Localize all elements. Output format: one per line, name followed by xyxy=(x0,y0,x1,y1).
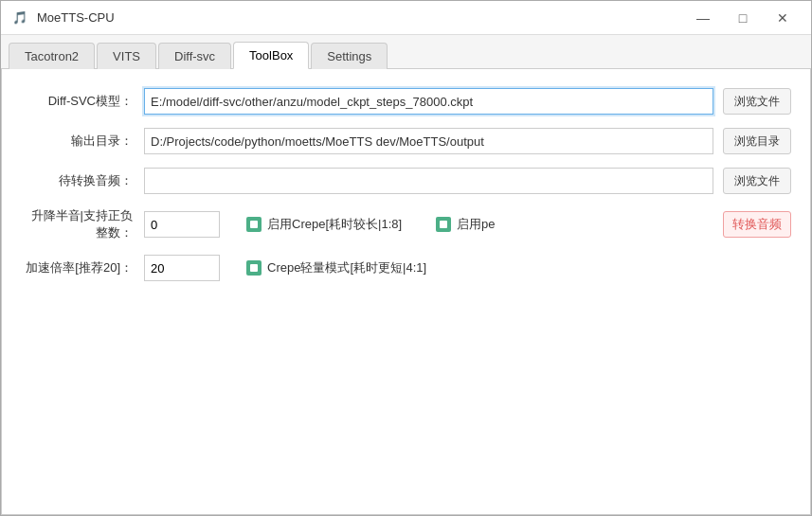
tab-settings[interactable]: Settings xyxy=(311,43,388,69)
crepe-lite-checkbox-group: Crepe轻量模式[耗时更短|4:1] xyxy=(246,259,426,276)
minimize-button[interactable]: — xyxy=(684,5,722,31)
semitone-row: 升降半音|支持正负整数： 启用Crepe[耗时较长|1:8] 启用pe 转换音频 xyxy=(21,207,791,241)
speed-label: 加速倍率[推荐20]： xyxy=(21,259,144,276)
audio-row: 待转换音频： 浏览文件 xyxy=(21,168,791,194)
model-row: Diff-SVC模型： 浏览文件 xyxy=(21,88,791,115)
pe-label[interactable]: 启用pe xyxy=(457,216,495,233)
main-window: 🎵 MoeTTS-CPU — □ ✕ Tacotron2 VITS Diff-s… xyxy=(0,0,812,516)
pe-checkbox-group: 启用pe xyxy=(436,216,495,233)
window-controls: — □ ✕ xyxy=(684,5,802,31)
semitone-label: 升降半音|支持正负整数： xyxy=(21,207,144,241)
speed-input[interactable] xyxy=(144,255,220,281)
tab-toolbox[interactable]: ToolBox xyxy=(233,42,309,69)
audio-input[interactable] xyxy=(144,168,713,194)
browse-output-button[interactable]: 浏览目录 xyxy=(723,128,791,154)
tab-bar: Tacotron2 VITS Diff-svc ToolBox Settings xyxy=(1,35,811,69)
convert-button[interactable]: 转换音频 xyxy=(723,211,791,238)
semitone-input[interactable] xyxy=(144,211,220,238)
output-label: 输出目录： xyxy=(21,133,144,150)
crepe-checkbox[interactable] xyxy=(246,217,262,232)
pe-checkbox[interactable] xyxy=(436,217,451,232)
tab-diff-svc[interactable]: Diff-svc xyxy=(158,43,231,69)
window-title: MoeTTS-CPU xyxy=(37,10,684,25)
model-input[interactable] xyxy=(144,88,713,115)
audio-label: 待转换音频： xyxy=(21,172,144,189)
crepe-lite-label[interactable]: Crepe轻量模式[耗时更短|4:1] xyxy=(267,259,426,276)
output-input[interactable] xyxy=(144,128,713,154)
model-label: Diff-SVC模型： xyxy=(21,93,144,110)
speed-row: 加速倍率[推荐20]： Crepe轻量模式[耗时更短|4:1] xyxy=(21,255,791,281)
browse-audio-button[interactable]: 浏览文件 xyxy=(723,168,791,194)
title-bar: 🎵 MoeTTS-CPU — □ ✕ xyxy=(1,1,811,35)
crepe-lite-checkbox[interactable] xyxy=(246,260,262,276)
tab-tacotron2[interactable]: Tacotron2 xyxy=(9,43,95,69)
maximize-button[interactable]: □ xyxy=(724,5,762,31)
crepe-label[interactable]: 启用Crepe[耗时较长|1:8] xyxy=(267,216,402,233)
output-row: 输出目录： 浏览目录 xyxy=(21,128,791,154)
close-button[interactable]: ✕ xyxy=(764,5,802,31)
app-icon: 🎵 xyxy=(10,9,29,27)
tab-vits[interactable]: VITS xyxy=(97,43,156,69)
crepe-checkbox-group: 启用Crepe[耗时较长|1:8] xyxy=(246,216,402,233)
browse-model-button[interactable]: 浏览文件 xyxy=(723,88,791,115)
content-area: Diff-SVC模型： 浏览文件 输出目录： 浏览目录 待转换音频： 浏览文件 … xyxy=(1,69,811,515)
